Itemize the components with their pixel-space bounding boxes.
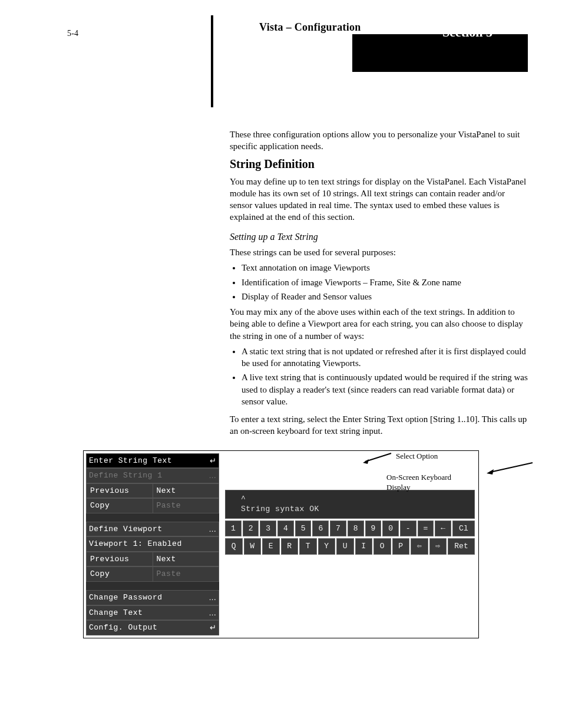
key-9[interactable]: 9 [365,521,382,537]
key-1[interactable]: 1 [225,521,242,537]
purposes-list: Text annotation on image Viewports Ident… [230,262,529,302]
svg-marker-1 [363,459,369,464]
list-item: A live text string that is continuously … [242,371,529,407]
string-definition-p2: You may mix any of the above uses within… [230,306,529,342]
arrow-icon [487,462,534,475]
list-item: A static text string that is not updated… [242,345,529,370]
list-item: Identification of image Viewports – Fram… [242,276,529,288]
key-u[interactable]: U [336,538,354,555]
callout-select-option: Select Option [396,451,438,462]
chapter-tab-bar: Section 5 [352,34,528,72]
key-3[interactable]: 3 [260,521,276,537]
key-o[interactable]: O [373,538,391,555]
key-w[interactable]: W [244,538,262,555]
menu-item-label: Config. Output [89,622,157,633]
menu-item-label: Enter String Text [89,456,172,466]
key-q[interactable]: Q [225,538,243,555]
key-r[interactable]: R [281,538,299,555]
enter-string-note: To enter a text string, select the Enter… [230,413,529,437]
previous-button[interactable]: Previous [87,552,153,566]
key-y[interactable]: Y [318,538,336,555]
keyboard-row-2: Q W E R T Y U I O P ⇦ ⇨ Ret [225,538,475,555]
svg-line-0 [365,453,391,462]
menu-item-label: Define Viewport [89,524,163,535]
manual-title: Vista – Configuration [259,20,361,34]
setting-up-subheading: Setting up a Text String [230,230,529,243]
key-2[interactable]: 2 [243,521,259,537]
key-left-arrow[interactable]: ⇦ [411,538,428,555]
header-rule [211,15,213,107]
menu-item-config-output[interactable]: Config. Output ↵ [86,620,219,635]
key-t[interactable]: T [299,538,317,555]
key-minus[interactable]: - [400,521,416,537]
arrow-icon [363,452,392,464]
copy-button[interactable]: Copy [87,567,153,581]
ellipsis-icon: ... [209,592,216,603]
purposes-intro: These strings can be used for several pu… [230,246,529,258]
list-item: Display of Reader and Sensor values [242,291,529,302]
return-icon: ↵ [210,456,217,466]
key-8[interactable]: 8 [348,521,364,537]
ellipsis-icon: ... [209,470,216,481]
next-button[interactable]: Next [153,552,219,566]
key-return[interactable]: Ret [448,538,475,555]
menu-item-label: Change Password [89,592,163,603]
copy-button[interactable]: Copy [87,499,153,513]
menu-item-define-string[interactable]: Define String 1 ... [86,468,219,483]
menu-item-viewport-status[interactable]: Viewport 1: Enabled [86,536,219,552]
string-definition-heading: String Definition [230,156,529,172]
menu-panel: Enter String Text ↵ Define String 1 ... … [86,453,219,635]
key-0[interactable]: 0 [382,521,399,537]
menu-row-copy-paste-2: Copy Paste [86,566,219,582]
menu-row-prev-next: Previous Next [86,483,219,499]
key-7[interactable]: 7 [330,521,346,537]
next-button[interactable]: Next [153,484,219,498]
display-modes-list: A static text string that is not updated… [230,345,529,407]
menu-item-label: Viewport 1: Enabled [89,539,182,549]
key-right-arrow[interactable]: ⇨ [429,538,447,555]
menu-item-change-password[interactable]: Change Password ... [86,590,219,605]
key-p[interactable]: P [392,538,410,555]
menu-row-copy-paste: Copy Paste [86,498,219,513]
menu-item-change-text[interactable]: Change Text ... [86,605,219,621]
keyboard-display-box: ^ String syntax OK [225,490,475,519]
return-icon: ↵ [210,622,217,633]
callout-keyboard-display: On-Screen Keyboard Display [386,472,476,493]
paste-button[interactable]: Paste [153,567,219,581]
caret-indicator: ^ [241,494,459,505]
page-number: 5-4 [67,28,78,39]
key-backspace[interactable]: ← [435,521,451,537]
keyboard-row-1: 1 2 3 4 5 6 7 8 9 0 - = ← Cl [225,521,475,537]
key-6[interactable]: 6 [312,521,329,537]
menu-item-define-viewport[interactable]: Define Viewport ... [86,522,219,537]
key-5[interactable]: 5 [295,521,312,537]
paste-button[interactable]: Paste [153,499,219,513]
keyboard-panel: Select Option On-Screen Keyboard Display… [222,453,476,555]
previous-button[interactable]: Previous [87,484,153,498]
key-clear[interactable]: Cl [452,521,475,537]
svg-marker-3 [487,469,494,475]
menu-item-label: Change Text [89,608,143,618]
svg-line-2 [490,463,533,472]
ellipsis-icon: ... [209,608,216,618]
ellipsis-icon: ... [209,524,216,535]
list-item: Text annotation on image Viewports [242,262,529,274]
key-4[interactable]: 4 [277,521,294,537]
keyboard-status: String syntax OK [241,504,459,515]
section-tab-label: Section 5 [442,24,492,41]
key-i[interactable]: I [355,538,373,555]
intro-paragraph: These three configuration options allow … [230,129,529,153]
menu-row-prev-next-2: Previous Next [86,552,219,567]
key-e[interactable]: E [262,538,280,555]
menu-item-enter-string[interactable]: Enter String Text ↵ [86,453,219,469]
string-definition-p1: You may define up to ten text strings fo… [230,176,529,223]
figure-string-keyboard: Enter String Text ↵ Define String 1 ... … [83,450,479,638]
key-equals[interactable]: = [418,521,434,537]
menu-item-label: Define String 1 [89,470,163,481]
